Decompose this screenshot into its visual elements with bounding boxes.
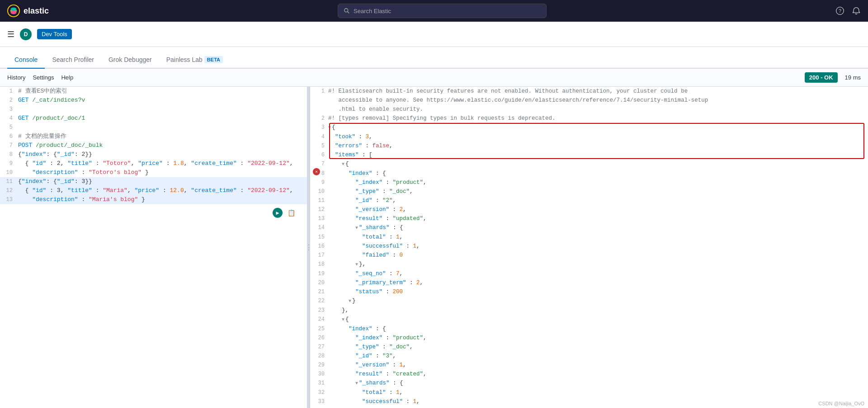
editor-line-12: 12 { "id" : 3, "title" : "Maria", "price… <box>0 186 307 195</box>
copy-button[interactable]: 📋 <box>286 208 296 218</box>
status-badge: 200 - OK <box>805 72 838 83</box>
close-response-button[interactable]: ✕ <box>313 168 320 175</box>
resp-line-34: 34 "failed" : 0 <box>310 406 868 408</box>
resp-line-31: 31 ▼"_shards" : { <box>310 379 868 388</box>
editor-line-8: 8 {"index": {"_id": 2}} <box>0 150 307 159</box>
hamburger-menu[interactable]: ☰ <box>7 29 14 39</box>
resp-line-1: 1 #! Elasticsearch built-in security fea… <box>310 87 868 96</box>
run-button[interactable]: ▶ <box>273 208 283 218</box>
elastic-logo[interactable]: elastic <box>7 5 49 17</box>
resp-line-5: 5 "errors" : false, <box>310 141 868 150</box>
resp-line-9: 9 "_index" : "product", <box>310 178 868 187</box>
history-button[interactable]: History <box>7 74 25 81</box>
editor-line-9: 9 { "id" : 2, "title" : "Totoro", "price… <box>0 159 307 168</box>
editor-line-11: 11 {"index": {"_id": 3}} <box>0 177 307 186</box>
main-area: 1 # 查看ES中的索引 2 GET /_cat/indices?v 3 4 G… <box>0 87 868 408</box>
resp-line-24: 24 ▼{ <box>310 315 868 324</box>
resp-line-25: 25 "index" : { <box>310 324 868 333</box>
resp-line-21: 21 "status" : 200 <box>310 287 868 296</box>
resp-line-27: 27 "_type" : "_doc", <box>310 342 868 352</box>
user-avatar[interactable]: D <box>20 28 32 40</box>
tab-console[interactable]: Console <box>7 52 45 69</box>
resp-line-30: 30 "result" : "created", <box>310 370 868 379</box>
resp-line-10: 10 "_type" : "_doc", <box>310 187 868 196</box>
editor-line-6: 6 # 文档的批量操作 <box>0 132 307 141</box>
resp-highlighted-block: 3 ▼{ 4 "took" : 3, 5 "errors" : false, 6… <box>310 123 868 159</box>
editor-line-7: 7 POST /product/_doc/_bulk <box>0 141 307 150</box>
watermark: CSDN @Naijia_OvO <box>818 401 864 406</box>
dev-tools-badge[interactable]: Dev Tools <box>37 29 72 39</box>
svg-point-4 <box>344 9 348 12</box>
top-navigation: elastic Search Elastic ? <box>0 0 868 22</box>
resp-line-3: 3 ▼{ <box>310 123 868 132</box>
resp-line-28: 28 "_id" : "3", <box>310 352 868 361</box>
editor-line-3: 3 <box>0 105 307 114</box>
editor-line-2: 2 GET /_cat/indices?v <box>0 96 307 105</box>
tab-painless-lab[interactable]: Painless Lab BETA <box>159 52 230 69</box>
resp-line-32: 32 "total" : 1, <box>310 388 868 397</box>
svg-text:?: ? <box>839 8 841 14</box>
editor-line-10: 10 "description" : "Totoro's blog" } <box>0 168 307 177</box>
resp-line-29: 29 "_version" : 1, <box>310 361 868 370</box>
resp-line-8: 8 "index" : { <box>310 169 868 178</box>
resp-line-1b: accessible to anyone. See https://www.el… <box>310 96 868 105</box>
resp-line-20: 20 "_primary_term" : 2, <box>310 278 868 287</box>
search-icon <box>344 8 350 14</box>
resp-line-15: 15 "total" : 1, <box>310 233 868 242</box>
search-bar-container: Search Elastic <box>54 4 830 18</box>
notifications-icon[interactable] <box>852 6 861 15</box>
help-icon[interactable]: ? <box>835 6 844 15</box>
resp-line-7: 7 ▼{ <box>310 159 868 169</box>
toolbar: History Settings Help 200 - OK 19 ms <box>0 69 868 87</box>
run-buttons: ▶ 📋 <box>273 208 296 218</box>
resp-line-1c: .html to enable security. <box>310 105 868 114</box>
resp-line-12: 12 "_version" : 2, <box>310 205 868 214</box>
dev-tools-label: Dev Tools <box>42 31 67 38</box>
resp-line-14: 14 ▼"_shards" : { <box>310 223 868 233</box>
second-bar: ☰ D Dev Tools <box>0 22 868 47</box>
editor-line-5: 5 <box>0 123 307 132</box>
resp-line-17: 17 "failed" : 0 <box>310 251 868 260</box>
elastic-logo-icon <box>7 5 20 17</box>
resp-line-16: 16 "successful" : 1, <box>310 242 868 251</box>
search-bar[interactable]: Search Elastic <box>338 4 547 18</box>
svg-point-3 <box>10 11 16 14</box>
response-panel[interactable]: ✕ 1 #! Elasticsearch built-in security f… <box>310 87 868 408</box>
editor-line-1: 1 # 查看ES中的索引 <box>0 87 307 96</box>
resp-line-33: 33 "successful" : 1, <box>310 397 868 406</box>
nav-icons: ? <box>835 6 861 15</box>
settings-button[interactable]: Settings <box>33 74 54 81</box>
resp-line-19: 19 "_seq_no" : 7, <box>310 269 868 278</box>
editor-line-13: 13 "description" : "Maria's blog" } <box>0 195 307 204</box>
timing-display: 19 ms <box>845 74 861 81</box>
help-button[interactable]: Help <box>61 74 73 81</box>
search-placeholder: Search Elastic <box>354 8 391 14</box>
resp-line-11: 11 "_id" : "2", <box>310 196 868 205</box>
resp-line-23: 23 }, <box>310 306 868 315</box>
beta-badge: BETA <box>204 56 223 63</box>
tab-search-profiler[interactable]: Search Profiler <box>45 52 101 69</box>
resp-line-18: 18 ▼}, <box>310 260 868 269</box>
tab-bar: Console Search Profiler Grok Debugger Pa… <box>0 47 868 69</box>
tab-grok-debugger[interactable]: Grok Debugger <box>101 52 159 69</box>
svg-point-2 <box>10 8 16 11</box>
resp-line-4: 4 "took" : 3, <box>310 132 868 141</box>
editor-panel[interactable]: 1 # 查看ES中的索引 2 GET /_cat/indices?v 3 4 G… <box>0 87 307 408</box>
resp-line-22: 22 ▼} <box>310 296 868 306</box>
resp-line-6: 6 "items" : [ <box>310 150 868 159</box>
resp-line-13: 13 "result" : "updated", <box>310 214 868 223</box>
resp-line-2: 2 #! [types removal] Specifying types in… <box>310 114 868 123</box>
resp-line-26: 26 "_index" : "product", <box>310 333 868 342</box>
editor-line-4: 4 GET /product/_doc/1 <box>0 114 307 123</box>
logo-text: elastic <box>24 6 49 16</box>
svg-line-5 <box>348 12 349 14</box>
